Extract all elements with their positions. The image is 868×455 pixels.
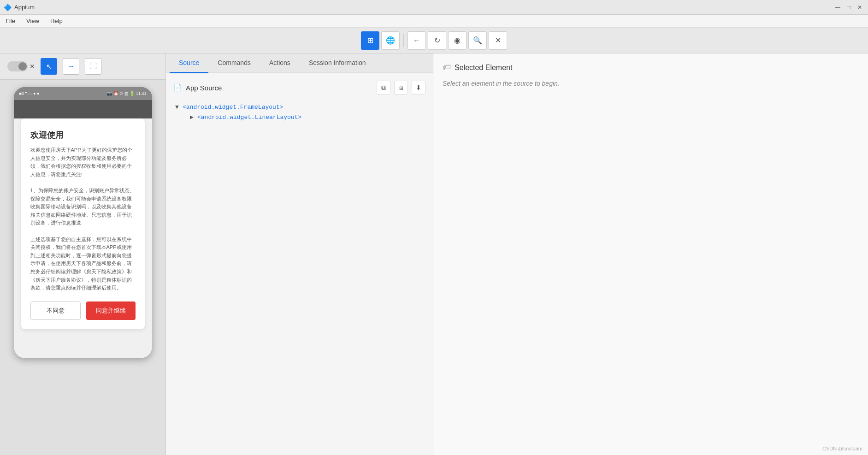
right-panel: 🏷 Selected Element Select an element in … [433,53,868,455]
toolbar-refresh-button[interactable]: ↻ [428,31,446,50]
source-actions: ⧉ ⧆ ⬇ [377,81,425,95]
toolbar-close-button[interactable]: ✕ [489,31,507,50]
status-bar-right: 📷 ⏰ ⊙ ▧ 🔋 11:41 [107,91,146,96]
toolbar-buttons: ⊞ 🌐 ← ↻ ◉ 🔍 ✕ [361,31,507,50]
expand-arrow-linearlayout[interactable]: ▶ [188,113,195,121]
toolbar-globe-button[interactable]: 🌐 [381,31,400,50]
source-title: 📄 App Source [173,83,222,92]
expand-mode-button[interactable]: ⛶ [85,58,101,75]
toggle-switch[interactable]: ✕ [7,61,35,71]
window-controls: — □ ✕ [833,3,864,12]
toolbar-separator-1 [403,34,404,47]
toolbar: ⊞ 🌐 ← ↻ ◉ 🔍 ✕ [0,28,868,53]
toolbar-search-button[interactable]: 🔍 [468,31,487,50]
source-header: 📄 App Source ⧉ ⧆ ⬇ [173,81,425,95]
toggle-x-icon: ✕ [30,63,35,70]
xml-children: ▶ <android.widget.LinearLayout> [188,112,425,122]
tag-icon: 🏷 [443,63,451,72]
app-title-group: 🔷 Appium [4,4,35,11]
expand-all-button[interactable]: ⧉ [377,81,390,95]
dialog-title: 欢迎使用 [30,130,136,141]
xml-tag-framelayout: <android.widget.FrameLayout> [183,104,283,111]
device-status-bar: ■0 ᵐ↑↓ ●·● 📷 ⏰ ⊙ ▧ 🔋 11:41 [14,87,152,100]
toggle-track[interactable] [7,61,28,71]
device-frame: ■0 ᵐ↑↓ ●·● 📷 ⏰ ⊙ ▧ 🔋 11:41 欢迎使用 欢迎您使用房天下… [14,87,152,358]
tab-session[interactable]: Session Information [300,53,375,73]
menu-bar: File View Help [0,15,868,28]
source-panel: 📄 App Source ⧉ ⧆ ⬇ ▼ <android.widget.Fra… [166,73,433,455]
toolbar-grid-button[interactable]: ⊞ [361,31,379,50]
selected-element-header: 🏷 Selected Element [443,63,859,72]
close-button[interactable]: ✕ [855,3,864,12]
expand-arrow-framelayout[interactable]: ▼ [173,103,181,111]
tab-actions[interactable]: Actions [260,53,300,73]
app-title: Appium [14,4,35,11]
toolbar-eye-button[interactable]: ◉ [448,31,466,50]
accept-button[interactable]: 同意并继续 [86,301,136,320]
tab-commands[interactable]: Commands [208,53,260,73]
dialog-body: 欢迎您使用房天下APP,为了更好的保护您的个人信息安全，并为实现部分功能及服务所… [30,146,136,292]
device-screen: 欢迎使用 欢迎您使用房天下APP,为了更好的保护您的个人信息安全，并为实现部分功… [14,118,152,358]
xml-node-linearlayout[interactable]: ▶ <android.widget.LinearLayout> [188,112,425,122]
selected-element-title: Selected Element [455,64,512,72]
device-screen-area: ■0 ᵐ↑↓ ●·● 📷 ⏰ ⊙ ▧ 🔋 11:41 欢迎使用 欢迎您使用房天下… [0,80,165,455]
tabs: Source Commands Actions Session Informat… [166,53,433,73]
menu-file[interactable]: File [4,17,17,25]
xml-tag-linearlayout: <android.widget.LinearLayout> [197,114,301,121]
copy-button[interactable]: ⧆ [394,81,408,95]
selected-element-hint: Select an element in the source to begin… [443,80,859,87]
app-icon: 🔷 [4,4,12,11]
left-panel: ✕ ↖ → ⛶ ■0 ᵐ↑↓ ●·● 📷 ⏰ ⊙ ▧ 🔋 11:41 欢迎使用 … [0,53,166,455]
watermark: CSDN @snotJam [822,446,862,451]
menu-help[interactable]: Help [48,17,65,25]
maximize-button[interactable]: □ [844,3,853,12]
tab-source[interactable]: Source [170,53,208,73]
decline-button[interactable]: 不同意 [30,301,81,320]
toggle-thumb [18,62,27,71]
minimize-button[interactable]: — [833,3,842,12]
main-content: ✕ ↖ → ⛶ ■0 ᵐ↑↓ ●·● 📷 ⏰ ⊙ ▧ 🔋 11:41 欢迎使用 … [0,53,868,455]
app-dialog: 欢迎使用 欢迎您使用房天下APP,为了更好的保护您的个人信息安全，并为实现部分功… [21,118,145,329]
device-controls: ✕ ↖ → ⛶ [0,53,165,80]
middle-panel: Source Commands Actions Session Informat… [166,53,433,455]
toolbar-back-button[interactable]: ← [407,31,426,50]
source-doc-icon: 📄 [173,83,182,92]
arrow-mode-button[interactable]: → [63,58,79,75]
dialog-buttons: 不同意 同意并继续 [30,301,136,320]
status-bar-left: ■0 ᵐ↑↓ ●·● [19,91,40,96]
select-mode-button[interactable]: ↖ [41,58,57,75]
menu-view[interactable]: View [24,17,41,25]
download-button[interactable]: ⬇ [412,81,425,95]
title-bar: 🔷 Appium — □ ✕ [0,0,868,15]
xml-node-framelayout[interactable]: ▼ <android.widget.FrameLayout> [173,102,425,112]
xml-tree: ▼ <android.widget.FrameLayout> ▶ <androi… [173,102,425,122]
